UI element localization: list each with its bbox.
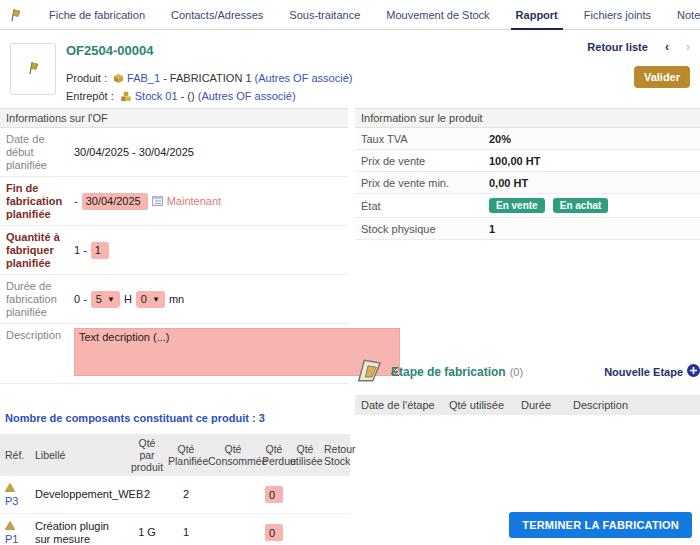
- duration-minutes-value: 0: [141, 293, 147, 305]
- tab-contacts-adresses[interactable]: Contacts/Adresses: [158, 1, 276, 29]
- planned-start-date-label: Date de début planifiée: [6, 132, 68, 172]
- record-ref: OF2504-00004: [66, 43, 352, 58]
- end-date-input[interactable]: [82, 193, 148, 210]
- duration-minutes-select[interactable]: 0▼: [136, 291, 165, 308]
- status-badge-on-buy: En achat: [553, 198, 609, 213]
- plus-circle-icon: [687, 364, 700, 379]
- status-badge-on-sell: En vente: [489, 198, 545, 213]
- tva-row: Taux TVA 20%: [355, 128, 700, 150]
- tab-rapport[interactable]: Rapport: [503, 1, 571, 29]
- component-qty-planned: 2: [166, 476, 206, 514]
- planned-quantity-label: Quantité à fabriquer planifiée: [6, 230, 68, 270]
- warehouse-assoc-link[interactable]: (Autres OF associé): [198, 90, 296, 102]
- col-qty-lost: Qté Perdue: [260, 434, 288, 476]
- component-qty-consumed: [206, 476, 260, 514]
- planned-duration-row: Durée de fabrication planifiée 0 - 5▼ H …: [0, 275, 348, 324]
- planned-start-date-row: Date de début planifiée 30/04/2025 - 30/…: [0, 128, 348, 177]
- product-cube-icon: [113, 72, 124, 88]
- col-libelle: Libellé: [30, 434, 128, 476]
- warehouse-link[interactable]: Stock 01: [135, 90, 178, 102]
- prev-record-arrow-icon[interactable]: ‹: [665, 40, 669, 54]
- duration-hours-select[interactable]: 5▼: [91, 291, 120, 308]
- chevron-down-icon: ▼: [107, 295, 115, 304]
- tab-bar: Fiche de fabrication Contacts/Adresses S…: [0, 0, 700, 30]
- new-step-link[interactable]: Nouvelle Etape: [604, 364, 700, 379]
- col-qty-consumed: Qté Consommée: [206, 434, 260, 476]
- steps-title: Etape de fabrication: [391, 365, 506, 379]
- duration-minutes-unit: mn: [169, 293, 184, 305]
- col-return-stock: Retour Stock: [322, 434, 350, 476]
- component-qty-planned: 1: [166, 514, 206, 545]
- product-photo[interactable]: [10, 43, 56, 95]
- chevron-down-icon: ▼: [152, 295, 160, 304]
- fabrication-module-icon: [8, 8, 22, 22]
- component-return-stock: [322, 476, 350, 514]
- components-header-row: Réf. Libellé Qté par produit Qté Planifi…: [0, 434, 350, 476]
- planned-start-date-value: 30/04/2025 - 30/04/2025: [68, 132, 194, 172]
- description-textarea[interactable]: Text decription (...): [74, 328, 400, 376]
- fabrication-photo-icon: [26, 61, 40, 77]
- planned-end-date-label: Fin de fabrication planifiée: [6, 181, 68, 221]
- tab-mouvement-de-stock[interactable]: Mouvement de Stock: [373, 1, 502, 29]
- component-ref-link[interactable]: P3: [5, 495, 18, 507]
- description-row: Description Text decription (...): [0, 324, 348, 384]
- warehouse-label: Entrepôt :: [66, 90, 114, 102]
- col-step-duration: Durée: [521, 399, 573, 411]
- service-cone-icon: [5, 520, 15, 533]
- tab-notes[interactable]: Notes: [664, 1, 700, 29]
- planned-end-date-row: Fin de fabrication planifiée - Maintenan…: [0, 177, 348, 226]
- tab-fiche-de-fabrication[interactable]: Fiche de fabrication: [36, 1, 158, 29]
- product-info-title: Information sur le produit: [355, 108, 700, 128]
- calendar-icon[interactable]: [152, 195, 163, 208]
- warehouse-icon: [120, 90, 132, 106]
- now-link[interactable]: Maintenant: [167, 195, 221, 207]
- record-nav: Retour liste ‹ ›: [587, 40, 690, 54]
- physical-stock-label: Stock physique: [361, 223, 489, 235]
- col-step-description: Description: [573, 399, 628, 411]
- quantity-input[interactable]: [91, 242, 109, 259]
- min-price-row: Prix de vente min. 0,00 HT: [355, 172, 700, 194]
- components-title: Nombre de composants constituant ce prod…: [5, 412, 348, 424]
- component-qty-per-product: 1 G: [128, 514, 166, 545]
- warehouse-name: - (): [181, 90, 195, 102]
- tab-sous-traitance[interactable]: Sous-traitance: [276, 1, 373, 29]
- component-ref-link[interactable]: P1: [5, 533, 18, 545]
- next-record-arrow-icon: ›: [686, 40, 690, 54]
- col-ref: Réf.: [0, 434, 30, 476]
- component-qty-used: [288, 514, 322, 545]
- duration-prefix: 0 -: [74, 293, 87, 305]
- finish-fabrication-button[interactable]: TERMINER LA FABRICATION: [509, 512, 692, 538]
- tva-label: Taux TVA: [361, 133, 489, 145]
- status-label: État: [361, 200, 489, 212]
- product-link[interactable]: FAB_1: [127, 72, 160, 84]
- product-assoc-link[interactable]: (Autres OF associé): [255, 72, 353, 84]
- component-qty-lost-input[interactable]: [265, 524, 283, 541]
- record-header: OF2504-00004 Produit : FAB_1 - FABRICATI…: [0, 30, 700, 112]
- sell-price-row: Prix de vente 100,00 HT: [355, 150, 700, 172]
- back-to-list-link[interactable]: Retour liste: [587, 41, 648, 53]
- of-info-title: Informations sur l'OF: [0, 108, 348, 128]
- planned-quantity-row: Quantité à fabriquer planifiée 1 -: [0, 226, 348, 275]
- product-label: Produit :: [66, 72, 107, 84]
- component-row: P1 Création plugin sur mesure 1 G 1: [0, 514, 350, 545]
- new-step-label: Nouvelle Etape: [604, 366, 683, 378]
- component-qty-used: [288, 476, 322, 514]
- physical-stock-row: Stock physique 1: [355, 218, 700, 240]
- duration-hours-unit: H: [124, 293, 132, 305]
- product-line: Produit : FAB_1 - FABRICATION 1 (Autres …: [66, 70, 352, 88]
- component-qty-lost-input[interactable]: [265, 486, 283, 503]
- duration-hours-value: 5: [96, 293, 102, 305]
- component-label: Developpement_WEB: [30, 476, 128, 514]
- end-date-prefix: -: [74, 195, 78, 207]
- col-qty-planned: Qté Planifiée: [166, 434, 206, 476]
- steps-count: (0): [510, 366, 523, 378]
- col-qty-used: Qté utilisée: [288, 434, 322, 476]
- min-price-value: 0,00 HT: [489, 177, 528, 189]
- steps-header: Etape de fabrication (0) Nouvelle Etape: [355, 358, 700, 385]
- product-info-section: Information sur le produit Taux TVA 20% …: [355, 108, 700, 415]
- validate-button[interactable]: Valider: [634, 66, 690, 88]
- of-info-section: Informations sur l'OF Date de début plan…: [0, 108, 348, 545]
- sell-price-label: Prix de vente: [361, 155, 489, 167]
- tab-fichiers-joints[interactable]: Fichiers joints: [571, 1, 664, 29]
- page: Fiche de fabrication Contacts/Adresses S…: [0, 0, 700, 545]
